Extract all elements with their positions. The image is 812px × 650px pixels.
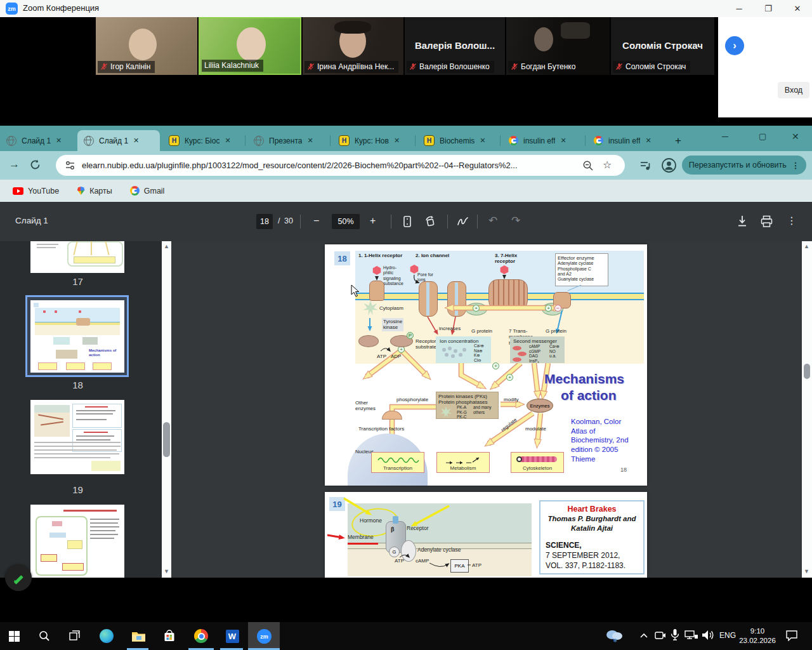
fit-to-page-icon[interactable] xyxy=(402,215,413,228)
tray-network-icon[interactable] xyxy=(684,630,698,644)
zoom-minimize-button[interactable]: ─ xyxy=(724,0,754,17)
annotate-fab-button[interactable] xyxy=(5,564,32,591)
tab-close-icon[interactable]: ✕ xyxy=(56,136,62,145)
tab-biochemistry[interactable]: H Biochemis ✕ xyxy=(419,130,496,151)
download-icon[interactable] xyxy=(736,215,749,228)
tray-expand-chevron[interactable] xyxy=(639,631,648,642)
tab-kurs-bio[interactable]: H Курс: Біос ✕ xyxy=(164,130,241,151)
browser-maximize-button[interactable]: ▢ xyxy=(759,131,766,141)
zoom-login-button[interactable]: Вход xyxy=(778,82,809,98)
keyboard-language[interactable]: ENG xyxy=(719,631,736,640)
chrome-taskbar-icon[interactable] xyxy=(187,622,215,650)
annotate-pen-icon[interactable] xyxy=(457,216,469,227)
taskbar-search-button[interactable] xyxy=(30,622,58,650)
tab-close-icon[interactable]: ✕ xyxy=(307,136,313,145)
tray-meeting-icon[interactable] xyxy=(654,630,667,644)
scroll-up-icon[interactable]: ▲ xyxy=(162,243,171,249)
tab-close-icon[interactable]: ✕ xyxy=(225,136,230,145)
tab-close-icon[interactable]: ✕ xyxy=(645,136,651,145)
redo-icon[interactable]: ↷ xyxy=(511,214,520,227)
media-controls-icon[interactable] xyxy=(639,159,652,172)
participant-video xyxy=(129,29,157,60)
tab-slide1-a[interactable]: Слайд 1 ✕ xyxy=(1,130,75,151)
task-view-button[interactable] xyxy=(61,622,89,650)
clock[interactable]: 9:10 23.02.2026 xyxy=(738,627,777,646)
participant-tile-igor[interactable]: Ігор Калінін xyxy=(96,17,197,75)
pdf-more-menu-icon[interactable]: ⋮ xyxy=(787,215,797,227)
tab-kurs-new[interactable]: H Курс: Нов ✕ xyxy=(334,130,411,151)
scroll-down-icon[interactable]: ▼ xyxy=(162,568,171,574)
address-bar[interactable]: elearn.nubip.edu.ua/pluginfile.php/10031… xyxy=(56,155,625,176)
reload-icon[interactable] xyxy=(29,159,41,171)
thumbnail-page-19[interactable] xyxy=(30,400,124,474)
scroll-up-icon[interactable]: ▲ xyxy=(802,243,811,249)
thumb-shape xyxy=(84,432,108,433)
edge-taskbar-icon[interactable] xyxy=(93,622,121,650)
page-number-input[interactable]: 18 xyxy=(256,214,273,229)
label-g-protein: G protein xyxy=(546,328,566,334)
browser-close-button[interactable]: ✕ xyxy=(792,131,799,142)
bookmark-maps[interactable]: Карты xyxy=(77,187,112,196)
browser-minimize-button[interactable]: ─ xyxy=(722,131,728,142)
tab-presentation[interactable]: Презента ✕ xyxy=(249,130,326,151)
slide-title-line2: of action xyxy=(561,388,617,403)
tab-close-icon[interactable]: ✕ xyxy=(480,136,485,145)
participant-display-name: Соломія Строкач xyxy=(611,40,714,51)
print-icon[interactable] xyxy=(760,215,773,228)
profile-avatar-icon[interactable] xyxy=(661,157,677,173)
bookmark-youtube[interactable]: YouTube xyxy=(13,187,59,196)
zoom-out-button[interactable]: − xyxy=(313,215,319,227)
zoom-maximize-button[interactable]: ❐ xyxy=(754,0,783,17)
participant-tile-bohdan[interactable]: Богдан Бутенко xyxy=(506,17,610,75)
gallery-next-page-button[interactable]: › xyxy=(725,36,744,55)
pdf-pages-viewport[interactable]: 18 1. 1-Helix receptor 2. Ion channel 3.… xyxy=(171,241,802,578)
thumbnail-page-18-selected[interactable]: Mechanisms of action xyxy=(30,300,124,373)
store-taskbar-icon[interactable] xyxy=(155,622,183,650)
participant-name-label: Liliia Kalachniuk xyxy=(202,60,263,72)
weather-tray-icon[interactable]: ❄ xyxy=(605,627,624,646)
thumbnail-page-17[interactable] xyxy=(30,241,124,273)
rotate-page-icon[interactable] xyxy=(424,215,436,228)
bookmark-star-icon[interactable]: ☆ xyxy=(603,159,612,171)
site-settings-icon[interactable] xyxy=(65,160,75,171)
main-scrollbar[interactable]: ▲ ▼ xyxy=(802,241,812,578)
participant-tile-valeriia[interactable]: Валерія Волош... Валерія Волошенко xyxy=(405,17,505,75)
participant-tile-solomiia[interactable]: Соломія Строкач Соломія Строкач xyxy=(611,17,714,75)
zoom-in-button[interactable]: + xyxy=(370,215,376,227)
new-tab-button[interactable]: + xyxy=(670,130,686,151)
thumb-shape xyxy=(56,350,77,359)
tab-close-icon[interactable]: ✕ xyxy=(133,136,139,145)
forward-icon[interactable]: → xyxy=(9,158,20,171)
bookmark-gmail[interactable]: Gmail xyxy=(130,186,165,196)
thumbnail-page-20[interactable] xyxy=(30,505,124,578)
zoom-close-button[interactable]: ✕ xyxy=(783,0,812,17)
zoom-level-value[interactable]: 50% xyxy=(332,214,360,229)
start-button[interactable] xyxy=(0,622,28,650)
tab-slide1-b-active[interactable]: Слайд 1 ✕ xyxy=(77,130,160,151)
url-text[interactable]: elearn.nubip.edu.ua/pluginfile.php/10031… xyxy=(82,161,518,170)
tray-microphone-icon[interactable] xyxy=(671,628,679,644)
zoom-taskbar-tile-active[interactable]: zm xyxy=(248,622,280,650)
undo-icon[interactable]: ↶ xyxy=(488,214,497,227)
zoom-out-page-icon[interactable] xyxy=(582,160,594,171)
action-center-button[interactable] xyxy=(785,630,798,644)
file-explorer-taskbar-icon[interactable] xyxy=(124,622,152,650)
tab-insulin-2[interactable]: insulin eff ✕ xyxy=(589,130,666,151)
tab-close-icon[interactable]: ✕ xyxy=(394,136,400,145)
word-taskbar-icon[interactable]: W xyxy=(218,622,246,650)
thumb-shape xyxy=(91,461,121,471)
tab-insulin-1[interactable]: insulin eff ✕ xyxy=(504,130,581,151)
scroll-down-icon[interactable]: ▼ xyxy=(802,568,811,574)
relaunch-update-button[interactable]: Перезапустить и обновить ⋮ xyxy=(682,156,806,175)
menu-dots-icon[interactable]: ⋮ xyxy=(792,161,800,170)
participant-tile-liliia-active-speaker[interactable]: Liliia Kalachniuk xyxy=(199,17,301,75)
thumb-shape xyxy=(34,449,117,451)
tab-close-icon[interactable]: ✕ xyxy=(560,136,566,145)
sidebar-scrollbar-thumb[interactable] xyxy=(163,422,170,457)
sidebar-scrollbar[interactable]: ▲ ▼ xyxy=(162,241,171,578)
main-scrollbar-thumb[interactable] xyxy=(804,364,810,379)
globe-icon xyxy=(254,136,264,146)
participant-tile-iryna[interactable]: Ірина Андріївна Нек... xyxy=(303,17,403,75)
participant-name-label: Соломія Строкач xyxy=(613,61,690,73)
tray-volume-icon[interactable] xyxy=(701,629,715,644)
